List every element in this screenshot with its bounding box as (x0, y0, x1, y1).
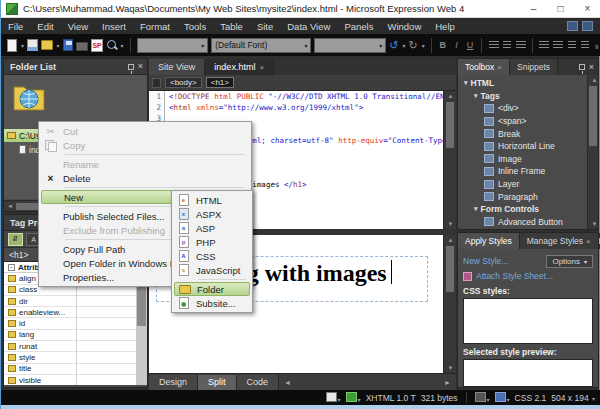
quick-tag-nav-icon[interactable] (152, 78, 161, 88)
compatibility-caret[interactable]: ▾ (487, 397, 490, 403)
toolbox-item-div[interactable]: <div> (458, 102, 598, 115)
open-site-icon[interactable] (41, 40, 53, 50)
preview-dropdown-caret[interactable]: ▾ (121, 42, 124, 49)
close-button[interactable]: × (574, 0, 600, 18)
close-panel-icon[interactable]: × (138, 62, 143, 71)
scroll-up-icon[interactable]: ▲ (588, 75, 598, 85)
doctype-status[interactable]: XHTML 1.0 T (366, 393, 416, 403)
css-schema-caret[interactable]: ▾ (507, 397, 510, 403)
open-dropdown-caret[interactable]: ▾ (57, 42, 60, 49)
toolbox-item-paragraph[interactable]: Paragraph (458, 190, 598, 203)
tab-scroll-left-icon[interactable]: ◄ (279, 379, 296, 386)
panel-layout-icon[interactable] (567, 21, 578, 31)
menu-view[interactable]: View (61, 18, 95, 34)
tab-scroll-right-icon[interactable]: ► (439, 379, 456, 386)
menu-format[interactable]: Format (133, 18, 177, 34)
menu-file[interactable]: File (1, 18, 30, 34)
bullet-list-icon[interactable] (553, 39, 564, 52)
new-submenu-item-folder[interactable]: Folder (174, 282, 250, 296)
context-menu-item-delete[interactable]: ×Delete (41, 171, 249, 185)
css-schema-icon[interactable] (495, 392, 506, 402)
toolbox-item-advanced-button[interactable]: Advanced Button (458, 216, 598, 229)
new-submenu-item-css[interactable]: ACSS (174, 249, 250, 263)
toolbox-item-image[interactable]: Image (458, 153, 598, 166)
save-icon[interactable] (63, 39, 74, 51)
quick-tag-h1[interactable]: <h1> (206, 77, 234, 88)
options-button[interactable]: Options▾ (546, 255, 593, 268)
align-right-icon[interactable] (516, 39, 527, 52)
categorized-list-icon[interactable]: ⇵ (8, 233, 23, 246)
scroll-up-icon[interactable]: ▲ (444, 235, 457, 245)
code-scrollbar[interactable]: ▲ ▼ (443, 91, 456, 229)
toolbox-item-html[interactable]: ▾HTML (458, 77, 598, 90)
toolbox-item-horizontal-line[interactable]: Horizontal Line (458, 140, 598, 153)
design-size-status[interactable]: 504 x 194 ▾ (551, 393, 595, 403)
style-application-icon[interactable] (346, 392, 357, 402)
grid-column-divider[interactable] (76, 273, 77, 385)
toolbox-item-tags[interactable]: ▾Tags (458, 90, 598, 103)
toolbox-item-form-controls[interactable]: ▾Form Controls (458, 203, 598, 216)
minimize-button[interactable]: – (520, 0, 547, 18)
align-left-icon[interactable] (488, 39, 499, 52)
menu-window[interactable]: Window (380, 18, 428, 34)
tab-site-view[interactable]: Site View (149, 59, 205, 75)
tab-code-view[interactable]: Code (237, 375, 280, 390)
superpreview-icon[interactable]: SP (91, 39, 103, 52)
toolbox-item-layer[interactable]: Layer (458, 178, 598, 191)
context-menu-item-copy[interactable]: Copy (41, 138, 249, 152)
expand-arrow-icon[interactable]: ▾ (464, 79, 468, 87)
toolbox-item-break[interactable]: Break (458, 127, 598, 140)
close-tab-icon[interactable]: × (259, 63, 264, 72)
menu-edit[interactable]: Edit (30, 18, 60, 34)
align-center-icon[interactable] (502, 39, 513, 52)
css-schema-status[interactable]: CSS 2.1 (515, 393, 547, 403)
style-dropdown[interactable]: ▾ (137, 38, 209, 53)
redo-icon[interactable]: ↻ (408, 39, 417, 51)
bold-icon[interactable]: B (438, 39, 449, 52)
quick-tag-body[interactable]: <body> (165, 77, 202, 88)
scroll-down-icon[interactable]: ▼ (444, 363, 457, 373)
scroll-thumb[interactable] (446, 102, 454, 148)
open-page-icon[interactable] (27, 39, 38, 51)
menu-table[interactable]: Table (213, 18, 250, 34)
close-tab-icon[interactable]: × (497, 63, 502, 72)
tab-design-view[interactable]: Design (149, 375, 198, 390)
scroll-down-icon[interactable]: ▼ (588, 219, 598, 229)
new-submenu-item-html[interactable]: eHTML (174, 193, 250, 207)
maximize-button[interactable]: □ (547, 0, 574, 18)
scroll-up-icon[interactable]: ▲ (444, 91, 457, 101)
new-page-icon[interactable] (7, 39, 17, 52)
tab-manage-styles[interactable]: Manage Styles× (520, 233, 599, 249)
menu-tools[interactable]: Tools (177, 18, 213, 34)
new-page-dropdown-caret[interactable]: ▾ (21, 42, 24, 49)
menu-help[interactable]: Help (428, 18, 462, 34)
toolbox-item-inline-frame[interactable]: Inline Frame (458, 165, 598, 178)
increase-indent-icon[interactable] (580, 39, 591, 52)
context-menu-item-rename[interactable]: Rename (41, 157, 249, 171)
toolbox-scrollbar[interactable]: ▲ ▼ (587, 75, 598, 229)
attach-style-sheet-link[interactable]: Attach Style Sheet... (476, 271, 553, 281)
visual-aids-icon[interactable] (326, 392, 337, 402)
context-menu-item-cut[interactable]: ✂Cut (41, 124, 249, 138)
toolbox-item-span[interactable]: <span> (458, 115, 598, 128)
close-tab-icon[interactable]: × (586, 237, 591, 246)
pin-icon[interactable] (579, 64, 585, 70)
expand-arrow-icon[interactable]: ▾ (474, 205, 478, 213)
new-submenu-item-javascript[interactable]: sJavaScript (174, 263, 250, 277)
scroll-thumb[interactable] (589, 86, 597, 146)
scroll-thumb[interactable] (446, 246, 454, 292)
tab-apply-styles[interactable]: Apply Styles (458, 233, 520, 249)
code-line[interactable]: 2<html xmlns="http://www.w3.org/1999/xht… (149, 102, 443, 113)
tab-index-html[interactable]: index.html× (205, 59, 274, 75)
panel-window-icon[interactable] (582, 21, 593, 31)
preview-browser-icon[interactable] (106, 39, 117, 51)
css-styles-list[interactable] (463, 298, 593, 344)
tab-snippets[interactable]: Snippets (510, 59, 558, 75)
decrease-indent-icon[interactable] (566, 39, 577, 52)
design-scrollbar[interactable]: ▲ ▼ (443, 235, 456, 373)
font-dropdown[interactable]: (Default Font)▾ (211, 38, 311, 53)
collapse-icon[interactable]: - (8, 264, 15, 271)
visual-aids-caret[interactable]: ▾ (338, 397, 341, 403)
new-submenu-item-php[interactable]: pPHP (174, 235, 250, 249)
style-application-caret[interactable]: ▾ (358, 397, 361, 403)
